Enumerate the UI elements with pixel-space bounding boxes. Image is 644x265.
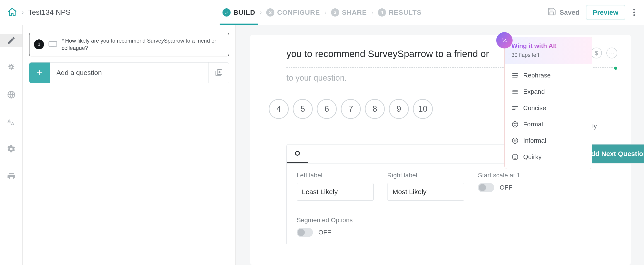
step-number: 2 [266,8,274,16]
step-label: CONFIGURE [277,8,320,16]
field-caption: Start scale at 1 [478,172,520,179]
ai-title: Wing it with AI! [512,42,585,50]
start-scale-field: Start scale at 1 OFF [478,172,520,201]
home-icon[interactable] [7,7,17,18]
left-label-field: Left label [296,172,374,201]
scale-option[interactable]: 5 [293,99,313,119]
status-dot [614,66,617,70]
svg-point-25 [516,140,516,140]
chevron-right-icon: › [260,9,262,16]
scale-option[interactable]: 6 [317,99,337,119]
save-icon [547,7,556,18]
saved-indicator: Saved [547,7,580,18]
svg-rect-3 [49,42,57,46]
toggle-state-label: OFF [500,184,512,191]
segmented-toggle[interactable] [296,228,313,237]
scale-option[interactable]: 4 [269,99,289,119]
ai-item-label: Quirky [523,153,542,160]
add-question-row: Add a question [29,62,229,83]
options-body: Left label Right label Start scale at 1 … [287,164,644,245]
step-share[interactable]: 3 SHARE [328,0,370,25]
toggle-row: OFF [478,183,520,192]
toggle-state-label: OFF [318,229,331,236]
svg-point-23 [512,138,518,143]
preview-button[interactable]: Preview [586,5,625,20]
more-menu-icon[interactable] [632,7,637,18]
svg-point-20 [514,124,514,124]
right-label-field: Right label [387,172,464,201]
chevron-right-icon: › [372,9,374,16]
scale-option[interactable]: 9 [389,99,409,119]
segmented-field: Segmented Options OFF [296,216,644,237]
ai-item-label: Formal [523,121,543,128]
ai-item-informal[interactable]: Informal [507,132,590,149]
ai-wand-icon[interactable] [496,32,512,48]
right-label-input[interactable] [387,183,464,201]
rail-build-icon[interactable] [0,34,22,47]
main-layout: あA 1 *How likely are you to recommend Su… [0,25,644,265]
add-question-button[interactable] [29,62,50,83]
ai-list: Rephrase Expand Concise Formal Informal [505,64,592,169]
scale-option[interactable]: 10 [413,99,433,119]
field-caption: Segmented Options [296,216,644,224]
tab-options[interactable]: O [287,144,308,163]
question-text: *How likely are you to recommend SurveyS… [62,37,224,52]
builder-steps: BUILD › 2 CONFIGURE › 3 SHARE › 4 RESULT… [220,0,424,25]
question-number-badge: 1 [34,40,44,50]
ai-item-label: Rephrase [523,72,551,79]
step-label: RESULTS [388,8,422,16]
check-icon [222,8,231,16]
add-question-input[interactable]: Add a question [50,62,208,83]
step-label: SHARE [342,8,367,16]
ai-item-formal[interactable]: Formal [507,116,590,132]
start-scale-toggle[interactable] [478,183,494,192]
field-caption: Right label [387,172,464,179]
app-header: › Test134 NPS BUILD › 2 CONFIGURE › 3 SH… [0,0,644,25]
step-number: 3 [331,8,339,16]
ai-item-label: Expand [523,88,545,95]
step-results[interactable]: 4 RESULTS [375,0,424,25]
left-label-input[interactable] [296,183,374,201]
score-icon[interactable]: $ [591,48,602,58]
ai-item-rephrase[interactable]: Rephrase [507,67,590,84]
ai-popover-header: Wing it with AI! 30 flaps left [505,37,592,64]
ai-item-quirky[interactable]: Quirky [507,149,590,165]
svg-point-19 [512,122,518,127]
header-left: › Test134 NPS [7,7,70,18]
rail-translate-icon[interactable]: あA [0,116,22,128]
field-caption: Left label [296,172,374,179]
ai-subtitle: 30 flaps left [512,52,585,58]
scale-option[interactable]: 8 [365,99,385,119]
rail-print-icon[interactable] [0,170,22,182]
rail-globe-icon[interactable] [0,88,22,101]
toggle-row: OFF [296,228,644,237]
ai-item-expand[interactable]: Expand [507,84,590,100]
ai-item-label: Informal [523,137,546,144]
add-from-library-icon[interactable] [208,62,229,83]
question-card[interactable]: 1 *How likely are you to recommend Surve… [29,32,229,56]
survey-title[interactable]: Test134 NPS [28,8,71,16]
ai-popover: Wing it with AI! 30 flaps left Rephrase … [504,37,592,169]
step-build[interactable]: BUILD [220,0,258,25]
rail-settings-icon[interactable] [0,143,22,156]
required-asterisk: * [62,38,64,44]
question-list-panel: 1 *How likely are you to recommend Surve… [23,25,236,265]
question-type-icon [48,41,57,48]
step-configure[interactable]: 2 CONFIGURE [264,0,323,25]
left-rail: あA [0,25,23,265]
chevron-right-icon: › [324,9,326,16]
canvas: $ ⋯ you to recommend SurveySparrow to a … [236,25,644,265]
saved-label: Saved [560,8,580,16]
rail-design-icon[interactable] [0,61,22,74]
step-number: 4 [378,8,386,16]
step-label: BUILD [234,8,256,16]
svg-text:A: A [11,121,14,126]
svg-point-24 [514,140,514,140]
chevron-right-icon: › [22,9,24,16]
more-horizontal-icon[interactable]: ⋯ [606,48,617,58]
header-right: Saved Preview [547,5,637,20]
scale-option[interactable]: 7 [341,99,361,119]
ai-item-label: Concise [523,104,546,112]
svg-point-21 [516,124,516,124]
ai-item-concise[interactable]: Concise [507,100,590,116]
